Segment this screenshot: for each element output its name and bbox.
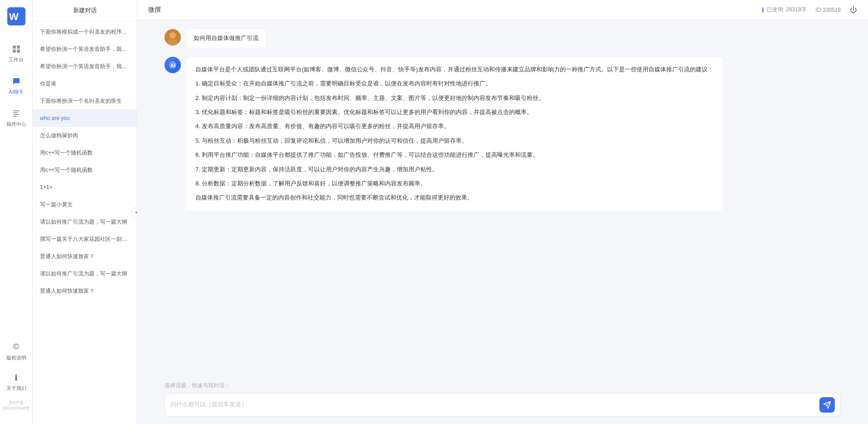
ai-para-9: 自媒体推广引流需要具备一定的内容创作和社交能力，同时也需要不断尝试和优化，才能取… (195, 192, 713, 203)
sidebar-item-workbench-label: 工作台 (9, 56, 24, 63)
ai-para-2: 2. 制定内容计划：制定一份详细的内容计划，包括发布时间、频率、主题、文案、图片… (195, 93, 713, 103)
usage-info: ℹ 已使用: 28318字 (762, 6, 807, 14)
svg-rect-9 (13, 116, 17, 117)
history-item[interactable]: 请以如何推广引流为题，写一篇大纲 (33, 265, 137, 282)
ai-avatar-inner: AI (165, 58, 180, 72)
sidebar-item-about-label: 关于我们 (6, 385, 26, 392)
input-area: 选择话题，快速与我对话： (137, 376, 868, 424)
sidebar-item-copyright-label: 版权说明 (6, 354, 26, 361)
brand-logo: W (7, 7, 25, 25)
user-avatar (165, 29, 181, 45)
history-item[interactable]: 普通人如何快速致富？ (33, 248, 137, 265)
ai-message: AI 自媒体平台是个人或团队通过互联网平台(如博客、微博、微信公众号、抖音、快手… (165, 57, 841, 210)
brand-sidebar: W 工作台 AI聊天 (0, 0, 33, 424)
nav-items: 工作台 AI聊天 稿件中心 (0, 39, 32, 337)
svg-point-11 (170, 32, 176, 39)
sidebar-item-copyright[interactable]: © 版权说明 (3, 337, 30, 366)
history-item[interactable]: 普通人如何快速致富？ (33, 282, 137, 299)
history-item[interactable]: 请以如何推广引流为题，写一篇大纲 (33, 213, 137, 230)
ai-avatar: AI (165, 57, 181, 73)
send-button[interactable] (819, 397, 835, 413)
components-icon (11, 108, 22, 119)
svg-rect-2 (13, 45, 16, 49)
history-item-selected[interactable]: who are you (33, 110, 137, 127)
svg-rect-3 (17, 45, 20, 49)
history-item[interactable]: 用c++写一个随机函数 (33, 161, 137, 179)
history-item[interactable]: 下面你将扮演一个名叫圣友的医生 (33, 92, 137, 110)
icp-text: 京ICP备2022015948号 (0, 398, 32, 413)
main-wrapper: 新建对话 下面你将模拟成一个叫圣友的程序员、我说... 希望你扮演一个英语发音助… (33, 0, 868, 424)
ai-para-0: 自媒体平台是个人或团队通过互联网平台(如博客、微博、微信公众号、抖音、快手等)发… (195, 64, 713, 75)
ai-para-6: 6. 利用平台推广功能：自媒体平台都提供了推广功能，如广告投放、付费推广等，可以… (195, 150, 713, 160)
sidebar-item-ai-chat[interactable]: AI聊天 (3, 71, 30, 100)
history-item[interactable]: 你是谁 (33, 75, 137, 92)
copyright-icon: © (11, 342, 22, 353)
history-item[interactable]: 希望你扮演一个英语发音助手，我提供给你... (33, 58, 137, 75)
history-item[interactable]: 撰写一篇关于八大家花园社区一刻钟便民生... (33, 230, 137, 248)
ai-chat-icon (11, 76, 22, 87)
chat-input[interactable] (170, 400, 815, 413)
history-item[interactable]: 下面你将模拟成一个叫圣友的程序员、我说... (33, 23, 137, 40)
user-message-text: 如何用自媒体做推广引流 (186, 29, 266, 48)
app-title: 微撰 (148, 6, 161, 14)
sidebar-item-components[interactable]: 稿件中心 (3, 104, 30, 132)
ai-message-content: 自媒体平台是个人或团队通过互联网平台(如博客、微博、微信公众号、抖音、快手等)发… (186, 57, 723, 210)
svg-rect-5 (17, 50, 20, 53)
header-right: ℹ 已使用: 28318字 ID:100519 ⏻ (762, 6, 857, 14)
about-icon: ℹ (11, 372, 22, 383)
history-item[interactable]: 希望你扮演一个英语发音助手，我提供给你... (33, 40, 137, 58)
user-id: ID:100519 (816, 7, 841, 13)
quick-topics-label: 选择话题，快速与我对话： (165, 382, 841, 389)
chat-messages: 如何用自媒体做推广引流 AI 自媒体平台是个人或团队通过互联网平台(如博客、微博… (137, 20, 868, 376)
logout-button[interactable]: ⏻ (850, 6, 857, 14)
ai-para-5: 5. 与粉丝互动：积极与粉丝互动，回复评论和私信，可以增加用户对你的认可和信任，… (195, 135, 713, 146)
sidebar-item-ai-chat-label: AI聊天 (9, 89, 23, 95)
history-item[interactable]: 怎么做狗屎炒肉 (33, 127, 137, 144)
new-chat-button[interactable]: 新建对话 (33, 0, 137, 21)
history-sidebar: 新建对话 下面你将模拟成一个叫圣友的程序员、我说... 希望你扮演一个英语发音助… (33, 0, 137, 424)
user-message: 如何用自媒体做推广引流 (165, 29, 841, 48)
top-header: 微撰 ℹ 已使用: 28318字 ID:100519 ⏻ (137, 0, 868, 20)
history-item[interactable]: 写一篇小黄文 (33, 196, 137, 213)
input-box-wrapper (165, 393, 841, 417)
svg-text:W: W (9, 11, 19, 22)
ai-para-1: 1. 确定目标受众：在开始自媒体推广引流之前，需要明确目标受众是谁，以便在发布内… (195, 78, 713, 89)
svg-text:AI: AI (170, 63, 175, 68)
svg-rect-6 (13, 110, 20, 111)
sidebar-item-about[interactable]: ℹ 关于我们 (3, 368, 30, 396)
ai-para-3: 3. 优化标题和标签：标题和标签是吸引粉丝的重要因素。优化标题和标签可以让更多的… (195, 107, 713, 117)
chat-area: 微撰 ℹ 已使用: 28318字 ID:100519 ⏻ (137, 0, 868, 424)
svg-rect-7 (13, 112, 18, 113)
nav-bottom: © 版权说明 ℹ 关于我们 京ICP备2022015948号 (0, 337, 32, 413)
sidebar-item-components-label: 稿件中心 (6, 121, 26, 128)
send-icon (823, 401, 831, 409)
history-item[interactable]: 用c++写一个随机函数 (33, 144, 137, 161)
ai-para-4: 4. 发布高质量内容：发布高质量、有价值、有趣的内容可以吸引更多的粉丝，并提高用… (195, 121, 713, 131)
ai-para-7: 7. 定期更新：定期更新内容，保持活跃度，可以让用户对你的内容产生兴趣，增加用户… (195, 164, 713, 175)
sidebar-item-workbench[interactable]: 工作台 (3, 39, 30, 68)
svg-rect-8 (13, 114, 19, 115)
svg-rect-4 (13, 50, 16, 53)
ai-para-8: 8. 分析数据：定期分析数据，了解用户反馈和喜好，以便调整推广策略和内容发布频率… (195, 178, 713, 189)
usage-label: 已使用: 28318字 (767, 6, 807, 14)
history-item[interactable]: 1+1= (33, 179, 137, 196)
history-list: 下面你将模拟成一个叫圣友的程序员、我说... 希望你扮演一个英语发音助手，我提供… (33, 21, 137, 424)
usage-icon: ℹ (762, 6, 764, 14)
workbench-icon (11, 44, 22, 55)
